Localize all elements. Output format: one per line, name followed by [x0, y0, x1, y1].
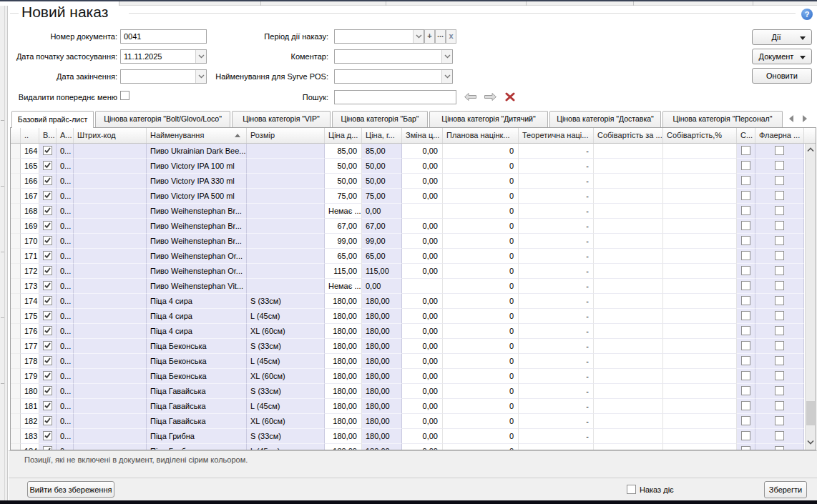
column-header-num[interactable]: ..: [21, 128, 39, 143]
cell-c[interactable]: [737, 144, 755, 159]
cell-flyer[interactable]: [755, 234, 804, 249]
cell-theor[interactable]: -: [519, 294, 594, 309]
cell-cost_per[interactable]: [594, 384, 663, 399]
cell-incl[interactable]: [39, 294, 57, 309]
unchecked-checkbox[interactable]: [741, 341, 750, 350]
cell-cost_pct[interactable]: [663, 219, 737, 234]
unchecked-checkbox[interactable]: [775, 251, 784, 260]
row-indicator[interactable]: [11, 294, 21, 309]
cell-num[interactable]: 170: [21, 234, 39, 249]
cell-a[interactable]: 0...: [57, 219, 74, 234]
cell-flyer[interactable]: [755, 399, 804, 414]
cell-cost_per[interactable]: [594, 249, 663, 264]
unchecked-checkbox[interactable]: [775, 416, 784, 425]
cell-change[interactable]: 0,00: [402, 444, 443, 450]
row-indicator[interactable]: [11, 174, 21, 189]
document-button[interactable]: Документ: [752, 49, 812, 64]
cell-size[interactable]: [247, 189, 325, 204]
cell-size[interactable]: [247, 279, 325, 294]
row-indicator[interactable]: [11, 414, 21, 429]
cell-price_old[interactable]: 75,00: [325, 189, 362, 204]
cell-cost_pct[interactable]: [663, 204, 737, 219]
unchecked-checkbox[interactable]: [741, 326, 750, 335]
start-date-combo[interactable]: 11.11.2025: [120, 49, 207, 64]
cell-num[interactable]: 182: [21, 414, 39, 429]
cell-price_old[interactable]: Немає ...: [325, 204, 362, 219]
unchecked-checkbox[interactable]: [741, 446, 750, 450]
column-header-theor[interactable]: Теоретична наці...: [519, 128, 594, 143]
cell-cost_per[interactable]: [594, 339, 663, 354]
cell-price_new[interactable]: 67,00: [362, 219, 402, 234]
cell-size[interactable]: L (45см): [247, 354, 325, 369]
exit-button[interactable]: Вийти без збереження: [27, 481, 114, 498]
checked-checkbox[interactable]: [43, 326, 52, 335]
cell-size[interactable]: L (45см): [247, 309, 325, 324]
cell-name[interactable]: Пиво Victory IPA 500 ml: [147, 189, 247, 204]
actions-button[interactable]: Дії: [752, 29, 812, 45]
cell-flyer[interactable]: [755, 279, 804, 294]
cell-size[interactable]: L (45см): [247, 399, 325, 414]
cell-cost_pct[interactable]: [663, 324, 737, 339]
unchecked-checkbox[interactable]: [741, 161, 750, 170]
cell-change[interactable]: 0,00: [402, 354, 443, 369]
cell-c[interactable]: [737, 444, 755, 450]
unchecked-checkbox[interactable]: [741, 386, 750, 395]
help-icon[interactable]: ?: [801, 9, 813, 20]
cell-plan[interactable]: 0: [443, 144, 519, 159]
cell-size[interactable]: S (33см): [247, 384, 325, 399]
cell-price_old[interactable]: 180,00: [325, 414, 362, 429]
row-indicator[interactable]: [11, 429, 21, 444]
cell-barcode[interactable]: [74, 219, 147, 234]
unchecked-checkbox[interactable]: [775, 161, 784, 170]
cell-theor[interactable]: -: [519, 189, 594, 204]
cell-cost_pct[interactable]: [663, 249, 737, 264]
cell-theor[interactable]: -: [519, 204, 594, 219]
cell-theor[interactable]: -: [519, 354, 594, 369]
cell-cost_per[interactable]: [594, 444, 663, 450]
cell-price_old[interactable]: Немає ...: [325, 279, 362, 294]
cell-change[interactable]: [402, 279, 443, 294]
unchecked-checkbox[interactable]: [741, 296, 750, 305]
cell-barcode[interactable]: [74, 174, 147, 189]
unchecked-checkbox[interactable]: [741, 176, 750, 185]
cell-price_new[interactable]: 99,00: [362, 234, 402, 249]
cell-price_old[interactable]: 180,00: [325, 294, 362, 309]
cell-change[interactable]: 0,00: [402, 414, 443, 429]
cell-barcode[interactable]: [74, 264, 147, 279]
cell-plan[interactable]: 0: [443, 354, 519, 369]
unchecked-checkbox[interactable]: [775, 206, 784, 215]
cell-price_old[interactable]: 180,00: [325, 384, 362, 399]
cell-c[interactable]: [737, 309, 755, 324]
checked-checkbox[interactable]: [43, 161, 52, 170]
cell-plan[interactable]: 0: [443, 339, 519, 354]
checked-checkbox[interactable]: [43, 266, 52, 275]
cell-a[interactable]: 0...: [57, 369, 74, 384]
unchecked-checkbox[interactable]: [741, 281, 750, 290]
cell-theor[interactable]: -: [519, 234, 594, 249]
cell-flyer[interactable]: [755, 384, 804, 399]
cell-cost_per[interactable]: [594, 189, 663, 204]
cell-num[interactable]: 173: [21, 279, 39, 294]
cell-plan[interactable]: 0: [443, 294, 519, 309]
cell-flyer[interactable]: [755, 354, 804, 369]
checked-checkbox[interactable]: [43, 311, 52, 320]
cell-cost_pct[interactable]: [663, 399, 737, 414]
cell-name[interactable]: Піца Беконська: [147, 354, 247, 369]
cell-price_new[interactable]: 85,00: [362, 144, 402, 159]
cell-theor[interactable]: -: [519, 339, 594, 354]
doc-number-input[interactable]: [120, 29, 207, 44]
cell-a[interactable]: 0...: [57, 174, 74, 189]
unchecked-checkbox[interactable]: [775, 431, 784, 440]
cell-num[interactable]: 169: [21, 219, 39, 234]
cell-size[interactable]: [247, 144, 325, 159]
cell-change[interactable]: 0,00: [402, 384, 443, 399]
cell-a[interactable]: 0...: [57, 264, 74, 279]
cell-cost_per[interactable]: [594, 219, 663, 234]
cell-change[interactable]: 0,00: [402, 309, 443, 324]
cell-name[interactable]: Пиво Weihenstephan Vit...: [147, 279, 247, 294]
cell-plan[interactable]: 0: [443, 399, 519, 414]
cell-c[interactable]: [737, 369, 755, 384]
cell-flyer[interactable]: [755, 444, 804, 450]
cell-a[interactable]: 0...: [57, 249, 74, 264]
cell-barcode[interactable]: [74, 234, 147, 249]
